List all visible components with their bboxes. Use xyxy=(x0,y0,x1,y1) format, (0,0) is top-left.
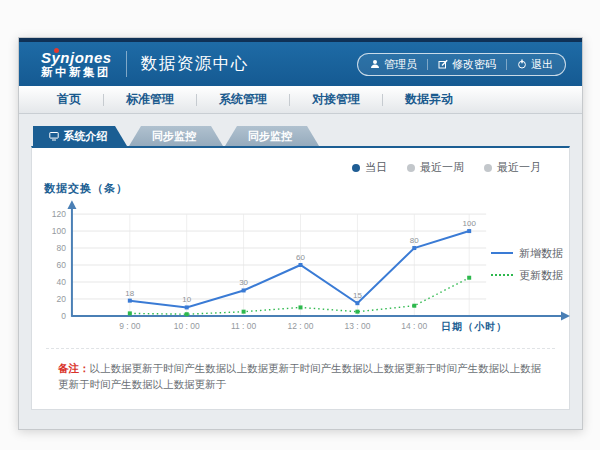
logo-accent-dot xyxy=(54,48,59,53)
y-tick-label: 120 xyxy=(52,209,66,219)
y-tick-label: 80 xyxy=(57,243,67,253)
content-area: 系统介绍 同步监控 同步监控 当日 最近一周 xyxy=(19,114,582,410)
data-point xyxy=(467,276,471,280)
pill-divider xyxy=(506,59,507,70)
data-point-label: 100 xyxy=(463,219,477,228)
x-axis-title: 日期（小时） xyxy=(441,321,507,332)
data-point-label: 10 xyxy=(182,295,191,304)
x-axis-arrow-icon xyxy=(561,311,570,320)
period-filter-today[interactable]: 当日 xyxy=(352,160,387,175)
data-point xyxy=(355,310,359,314)
tab-system-intro[interactable]: 系统介绍 xyxy=(33,126,127,146)
logout-button[interactable]: 退出 xyxy=(517,57,553,72)
y-tick-label: 20 xyxy=(57,294,67,304)
y-axis-title: 数据交换（条） xyxy=(32,175,569,198)
x-tick-label: 14 : 00 xyxy=(401,321,427,331)
legend-item-updated-data[interactable]: 更新数据 xyxy=(491,264,563,286)
dotted-line-icon xyxy=(491,274,513,276)
admin-button[interactable]: 管理员 xyxy=(370,57,417,72)
data-point xyxy=(128,311,132,315)
nav-item-system-management[interactable]: 系统管理 xyxy=(197,91,289,108)
data-point-label: 15 xyxy=(353,291,362,300)
footnote: 备注：以上数据更新于时间产生数据以上数据更新于时间产生数据以上数据更新于时间产生… xyxy=(46,348,555,397)
edit-icon xyxy=(438,59,448,69)
series-legend: 新增数据 更新数据 xyxy=(491,242,563,286)
data-point xyxy=(128,299,132,303)
data-point xyxy=(412,246,416,250)
data-point xyxy=(299,305,303,309)
x-tick-label: 11 : 00 xyxy=(231,321,257,331)
radio-icon xyxy=(484,164,492,172)
data-point xyxy=(355,301,359,305)
footnote-label: 备注： xyxy=(58,362,90,374)
radio-icon xyxy=(407,164,415,172)
tab-label: 同步监控 xyxy=(152,126,196,146)
legend-label: 新增数据 xyxy=(519,246,563,261)
brand-logo: Synjones 新中新集团 xyxy=(41,50,112,79)
legend-label: 更新数据 xyxy=(519,268,563,283)
pill-divider xyxy=(427,59,428,70)
y-tick-label: 100 xyxy=(52,226,66,236)
tab-bar: 系统介绍 同步监控 同步监控 xyxy=(33,126,570,146)
person-icon xyxy=(370,59,380,69)
nav-item-home[interactable]: 首页 xyxy=(35,91,103,108)
data-point xyxy=(299,263,303,267)
tab-sync-monitor-2[interactable]: 同步监控 xyxy=(225,126,319,146)
solid-line-icon xyxy=(491,252,513,254)
radio-icon xyxy=(352,164,360,172)
footnote-text: 以上数据更新于时间产生数据以上数据更新于时间产生数据以上数据更新于时间产生数据以… xyxy=(58,362,541,390)
logout-label: 退出 xyxy=(531,57,553,72)
y-tick-label: 40 xyxy=(57,277,67,287)
change-password-button[interactable]: 修改密码 xyxy=(438,57,496,72)
app-window: Synjones 新中新集团 数据资源中心 管理员 修改密码 退出 首页 xyxy=(18,37,583,430)
legend-item-new-data[interactable]: 新增数据 xyxy=(491,242,563,264)
y-tick-label: 60 xyxy=(57,260,67,270)
data-point xyxy=(242,288,246,292)
data-point-label: 30 xyxy=(239,278,248,287)
user-menu: 管理员 修改密码 退出 xyxy=(357,53,566,76)
period-filter-group: 当日 最近一周 最近一月 xyxy=(32,156,569,175)
logo-company-name: 新中新集团 xyxy=(41,66,112,78)
tab-label: 同步监控 xyxy=(248,126,292,146)
period-filter-last-month[interactable]: 最近一月 xyxy=(484,160,541,175)
data-point xyxy=(412,304,416,308)
data-point-label: 80 xyxy=(410,236,419,245)
x-tick-label: 9 : 00 xyxy=(119,321,140,331)
period-label: 最近一周 xyxy=(420,160,464,175)
y-tick-label: 0 xyxy=(61,311,66,321)
nav-item-integration-management[interactable]: 对接管理 xyxy=(290,91,382,108)
monitor-icon xyxy=(49,131,59,141)
change-password-label: 修改密码 xyxy=(452,57,496,72)
data-point xyxy=(467,229,471,233)
brand-divider xyxy=(126,51,127,77)
period-label: 当日 xyxy=(365,160,387,175)
admin-label: 管理员 xyxy=(384,57,417,72)
tab-sync-monitor-1[interactable]: 同步监控 xyxy=(129,126,223,146)
page-title: 数据资源中心 xyxy=(141,53,249,75)
period-filter-last-week[interactable]: 最近一周 xyxy=(407,160,464,175)
chart-panel: 当日 最近一周 最近一月 数据交换（条） 9 : 0010 : 0011 : 0… xyxy=(31,146,570,410)
main-nav: 首页 标准管理 系统管理 对接管理 数据异动 xyxy=(19,86,582,114)
data-point xyxy=(185,305,189,309)
data-point xyxy=(185,312,189,316)
data-point xyxy=(242,310,246,314)
logo-wordmark: Synjones xyxy=(41,50,112,66)
period-label: 最近一月 xyxy=(497,160,541,175)
tab-label: 系统介绍 xyxy=(64,126,108,146)
nav-item-data-change[interactable]: 数据异动 xyxy=(383,91,475,108)
x-tick-label: 13 : 00 xyxy=(344,321,370,331)
y-axis-arrow-icon xyxy=(67,200,76,209)
x-tick-label: 10 : 00 xyxy=(174,321,200,331)
app-header: Synjones 新中新集团 数据资源中心 管理员 修改密码 退出 xyxy=(19,42,582,86)
nav-item-standard-management[interactable]: 标准管理 xyxy=(104,91,196,108)
data-point-label: 18 xyxy=(125,289,134,298)
power-icon xyxy=(517,59,527,69)
line-chart: 9 : 0010 : 0011 : 0012 : 0013 : 0014 : 0… xyxy=(32,198,569,338)
brand: Synjones 新中新集团 数据资源中心 xyxy=(41,50,249,79)
data-point-label: 60 xyxy=(296,253,305,262)
x-tick-label: 12 : 00 xyxy=(288,321,314,331)
